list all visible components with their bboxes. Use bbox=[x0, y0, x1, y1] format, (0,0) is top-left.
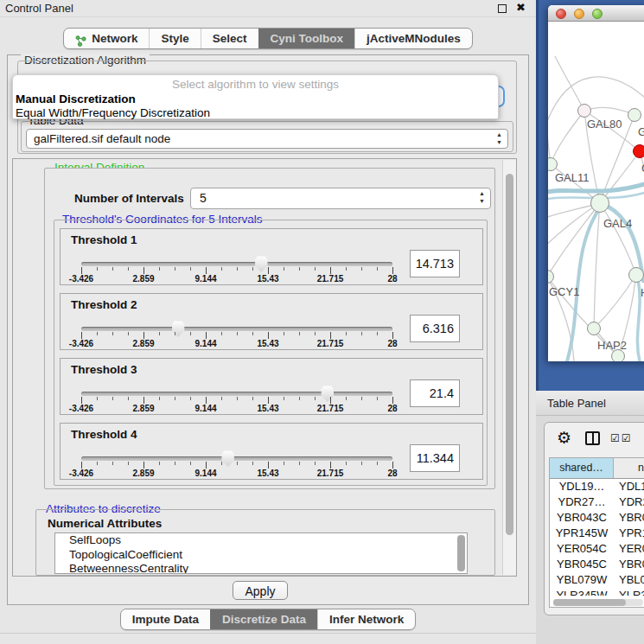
column-header-shared-name[interactable]: shared… bbox=[550, 458, 614, 478]
close-icon[interactable]: ✖ bbox=[516, 1, 526, 14]
zoom-traffic-light-icon[interactable] bbox=[592, 9, 603, 19]
table-row[interactable]: YBL079WYBL0 bbox=[550, 572, 644, 588]
node-gal4[interactable] bbox=[590, 194, 609, 213]
threshold-value-input[interactable]: 21.4 bbox=[410, 379, 460, 407]
tick-mark bbox=[252, 332, 253, 335]
threshold-value-input[interactable]: 14.713 bbox=[410, 250, 460, 277]
split-columns-icon[interactable] bbox=[585, 431, 600, 445]
cell-shared-name[interactable]: YBR045C bbox=[550, 557, 614, 572]
tick-mark bbox=[206, 397, 207, 404]
attribute-list-item[interactable]: SelfLoops bbox=[55, 533, 467, 548]
slider-track[interactable] bbox=[81, 327, 392, 331]
cell-shared-name[interactable]: YBL079W bbox=[550, 572, 614, 588]
control-panel-titlebar: Control Panel ✖ bbox=[0, 0, 536, 17]
dropdown-option-equal-width[interactable]: Equal Width/Frequency Discretization bbox=[13, 106, 498, 120]
close-traffic-light-icon[interactable] bbox=[556, 9, 566, 19]
table-row[interactable]: YER054CYER0 bbox=[550, 541, 644, 557]
numerical-attributes-label: Numerical Attributes bbox=[48, 517, 162, 530]
dropdown-option-manual[interactable]: Manual Discretization bbox=[13, 92, 498, 106]
cell-name[interactable]: YBR0 bbox=[614, 510, 644, 526]
numerical-attributes-list[interactable]: SelfLoopsTopologicalCoefficientBetweenne… bbox=[54, 532, 468, 574]
cell-name[interactable]: YER0 bbox=[614, 541, 644, 557]
spinner-arrows-icon[interactable]: ▲▼ bbox=[479, 189, 485, 205]
tick-mark bbox=[237, 332, 238, 335]
table-rows: YDL19…YDL1YDR27…YDR2YBR043CYBR0YPR145WYP… bbox=[550, 479, 644, 596]
tab-style[interactable]: Style bbox=[149, 29, 200, 48]
tab-cyni-toolbox[interactable]: Cyni Toolbox bbox=[258, 29, 355, 48]
tab-infer-network[interactable]: Infer Network bbox=[317, 609, 415, 629]
tick-mark bbox=[221, 267, 222, 271]
table-row[interactable]: YDL19…YDL1 bbox=[550, 479, 644, 494]
minimize-traffic-light-icon[interactable] bbox=[574, 9, 584, 19]
cell-name[interactable]: YDL1 bbox=[614, 479, 644, 494]
tab-network[interactable]: Network bbox=[64, 29, 149, 48]
tick-mark bbox=[268, 332, 269, 339]
tick-mark bbox=[97, 397, 98, 400]
cell-shared-name[interactable]: YDL19… bbox=[550, 479, 614, 494]
attribute-list-item[interactable]: BetweennessCentrality bbox=[55, 562, 467, 574]
cell-shared-name[interactable]: YER054C bbox=[550, 541, 614, 557]
table-row[interactable]: YBR043CYBR0 bbox=[550, 510, 644, 526]
node-ga[interactable] bbox=[628, 108, 641, 122]
tick-mark bbox=[128, 267, 129, 271]
table-data-combobox[interactable]: galFiltered.sif default node ▲▼ bbox=[26, 129, 508, 149]
cell-shared-name[interactable]: YLR345W bbox=[550, 588, 614, 596]
tick-label: 15.43 bbox=[257, 339, 278, 348]
cell-name[interactable]: YPR1 bbox=[614, 526, 644, 541]
dropdown-placeholder-item: Select algorithm to view settings bbox=[13, 75, 498, 92]
slider-track[interactable] bbox=[81, 392, 392, 396]
number-of-intervals-spinner[interactable]: 5 ▲▼ bbox=[190, 188, 491, 209]
panel-scrollbar-thumb[interactable] bbox=[506, 174, 513, 535]
tick-mark bbox=[128, 462, 129, 465]
tab-discretize-data[interactable]: Discretize Data bbox=[210, 609, 317, 629]
cell-shared-name[interactable]: YPR145W bbox=[550, 526, 614, 541]
node-label-ga: GA bbox=[638, 125, 644, 138]
node-selected-red[interactable] bbox=[633, 144, 644, 158]
node-hap2[interactable] bbox=[587, 322, 601, 335]
table-hscrollbar-track[interactable] bbox=[553, 599, 643, 606]
network-window-titlebar[interactable] bbox=[548, 5, 644, 22]
tick-label: 28 bbox=[387, 274, 397, 284]
table-row[interactable]: YLR345WYLR3 bbox=[550, 588, 644, 596]
tab-impute-data[interactable]: Impute Data bbox=[121, 609, 210, 629]
threshold-value-input[interactable]: 6.316 bbox=[410, 315, 460, 342]
node-h[interactable] bbox=[628, 267, 644, 283]
column-header-name[interactable]: na bbox=[614, 458, 644, 478]
tick-mark bbox=[377, 332, 378, 335]
node-gal80[interactable] bbox=[577, 104, 591, 118]
slider-ticks bbox=[81, 332, 392, 339]
attribute-list-item[interactable]: TopologicalCoefficient bbox=[55, 548, 467, 563]
slider-tick-labels: -3.4262.8599.14415.4321.71528 bbox=[81, 274, 392, 284]
cell-name[interactable]: YBR0 bbox=[614, 557, 644, 572]
panel-scrollbar-track[interactable] bbox=[502, 160, 516, 575]
table-row[interactable]: YBR045CYBR0 bbox=[550, 557, 644, 572]
gear-icon[interactable]: ⚙ bbox=[557, 428, 571, 447]
list-scrollbar[interactable] bbox=[457, 535, 465, 571]
network-canvas[interactable]: GAL80 GA C GAL11 GAL4 GCY1 H HAP2 bbox=[548, 22, 644, 361]
table-hscrollbar-thumb[interactable] bbox=[553, 599, 626, 606]
tick-mark bbox=[252, 397, 253, 400]
float-window-icon[interactable] bbox=[498, 4, 507, 13]
cell-name[interactable]: YLR3 bbox=[614, 588, 644, 596]
tick-mark bbox=[190, 397, 191, 400]
cell-shared-name[interactable]: YBR043C bbox=[550, 510, 614, 526]
tick-mark bbox=[315, 267, 316, 271]
screenshot-root: Control Panel ✖ Networ bbox=[0, 0, 644, 644]
apply-button[interactable]: Apply bbox=[233, 581, 288, 600]
checkbox-icons[interactable]: ☑☑ bbox=[610, 432, 633, 444]
slider-track[interactable] bbox=[81, 262, 392, 266]
tick-mark bbox=[159, 332, 160, 335]
tick-mark bbox=[330, 267, 331, 274]
tick-label: 28 bbox=[387, 339, 397, 348]
cell-name[interactable]: YBL0 bbox=[614, 572, 644, 588]
slider-track[interactable] bbox=[81, 456, 392, 461]
threshold-value-input[interactable]: 11.344 bbox=[410, 444, 460, 472]
tick-mark bbox=[346, 332, 347, 335]
tab-jactivemnodules[interactable]: jActiveMNodules bbox=[354, 29, 472, 48]
cell-shared-name[interactable]: YDR27… bbox=[550, 494, 614, 510]
tick-label: -3.426 bbox=[69, 469, 93, 478]
tab-select[interactable]: Select bbox=[201, 29, 258, 48]
table-row[interactable]: YPR145WYPR1 bbox=[550, 526, 644, 541]
cell-name[interactable]: YDR2 bbox=[614, 494, 644, 510]
table-row[interactable]: YDR27…YDR2 bbox=[550, 494, 644, 510]
